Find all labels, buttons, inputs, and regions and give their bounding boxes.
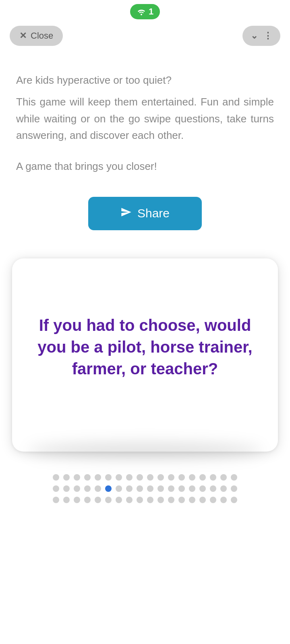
wifi-icon bbox=[137, 8, 146, 15]
more-controls-button[interactable]: ⌄ ⋮ bbox=[242, 26, 280, 46]
pagination-dot[interactable] bbox=[84, 497, 91, 503]
pagination-dot[interactable] bbox=[126, 497, 133, 503]
top-bar: ✕ Close ⌄ ⋮ bbox=[0, 22, 290, 50]
pagination-dot[interactable] bbox=[105, 474, 112, 481]
pagination-dot[interactable] bbox=[63, 474, 70, 481]
pagination-dot[interactable] bbox=[220, 485, 227, 492]
pagination-dot[interactable] bbox=[95, 497, 101, 503]
pagination-dot[interactable] bbox=[53, 497, 59, 503]
pagination-dot[interactable] bbox=[199, 497, 206, 503]
dots-row bbox=[0, 494, 290, 506]
pagination-dot[interactable] bbox=[231, 474, 237, 481]
card-section: If you had to choose, would you be a pil… bbox=[0, 254, 290, 460]
pagination-dot[interactable] bbox=[147, 497, 153, 503]
pagination-dot[interactable] bbox=[210, 497, 216, 503]
pagination-dot[interactable] bbox=[178, 485, 185, 492]
more-options-icon: ⋮ bbox=[263, 31, 272, 41]
pagination-dot[interactable] bbox=[137, 474, 143, 481]
pagination-dot[interactable] bbox=[189, 485, 195, 492]
pagination-dot[interactable] bbox=[116, 474, 122, 481]
question-card[interactable]: If you had to choose, would you be a pil… bbox=[12, 258, 278, 452]
pagination-dot[interactable] bbox=[220, 474, 227, 481]
pagination-dot[interactable] bbox=[63, 485, 70, 492]
pagination-dot[interactable] bbox=[95, 474, 101, 481]
pagination-dot[interactable] bbox=[199, 474, 206, 481]
x-icon: ✕ bbox=[19, 31, 27, 41]
question-text: If you had to choose, would you be a pil… bbox=[32, 314, 258, 380]
close-label: Close bbox=[31, 31, 53, 41]
pagination-dot[interactable] bbox=[189, 474, 195, 481]
pagination-dot[interactable] bbox=[210, 485, 216, 492]
pagination bbox=[0, 460, 290, 506]
pagination-dot[interactable] bbox=[84, 485, 91, 492]
pagination-dot[interactable] bbox=[126, 474, 133, 481]
pagination-dot[interactable] bbox=[84, 474, 91, 481]
pagination-dot[interactable] bbox=[210, 474, 216, 481]
wifi-badge: 1 bbox=[130, 4, 160, 19]
pagination-dot[interactable] bbox=[157, 474, 164, 481]
pagination-dot[interactable] bbox=[53, 485, 59, 492]
send-icon bbox=[120, 206, 132, 221]
pagination-dot[interactable] bbox=[116, 485, 122, 492]
share-button[interactable]: Share bbox=[88, 197, 202, 230]
pagination-dot[interactable] bbox=[168, 497, 174, 503]
pagination-dot[interactable] bbox=[137, 485, 143, 492]
description-section: Are kids hyperactive or too quiet? This … bbox=[0, 50, 290, 185]
pagination-dot[interactable] bbox=[74, 485, 80, 492]
pagination-dot[interactable] bbox=[53, 474, 59, 481]
pagination-dot[interactable] bbox=[178, 497, 185, 503]
pagination-dot[interactable] bbox=[137, 497, 143, 503]
description-body: This game will keep them entertained. Fu… bbox=[16, 94, 274, 144]
close-button[interactable]: ✕ Close bbox=[10, 26, 63, 46]
pagination-dot[interactable] bbox=[147, 485, 153, 492]
pagination-dot[interactable] bbox=[95, 485, 101, 492]
pagination-dot[interactable] bbox=[168, 485, 174, 492]
pagination-dot[interactable] bbox=[116, 497, 122, 503]
dots-row bbox=[0, 472, 290, 483]
share-label: Share bbox=[137, 206, 170, 220]
share-section: Share bbox=[0, 185, 290, 254]
pagination-dot[interactable] bbox=[231, 485, 237, 492]
pagination-dot[interactable] bbox=[178, 474, 185, 481]
chevron-down-icon: ⌄ bbox=[251, 31, 258, 41]
pagination-dot[interactable] bbox=[189, 497, 195, 503]
card-shadow-wrapper: If you had to choose, would you be a pil… bbox=[12, 258, 278, 452]
pagination-dot[interactable] bbox=[157, 497, 164, 503]
pagination-dot[interactable] bbox=[220, 497, 227, 503]
pagination-dot[interactable] bbox=[105, 485, 112, 492]
pagination-dot[interactable] bbox=[168, 474, 174, 481]
pagination-dot[interactable] bbox=[147, 474, 153, 481]
pagination-dot[interactable] bbox=[231, 497, 237, 503]
pagination-dot[interactable] bbox=[63, 497, 70, 503]
description-tagline: A game that brings you closer! bbox=[16, 160, 274, 173]
pagination-dot[interactable] bbox=[105, 497, 112, 503]
description-title: Are kids hyperactive or too quiet? bbox=[16, 74, 274, 87]
pagination-dot[interactable] bbox=[199, 485, 206, 492]
wifi-count: 1 bbox=[149, 6, 153, 17]
pagination-dot[interactable] bbox=[74, 497, 80, 503]
pagination-dot[interactable] bbox=[74, 474, 80, 481]
status-bar: 1 bbox=[0, 0, 290, 22]
pagination-dot[interactable] bbox=[126, 485, 133, 492]
pagination-dot[interactable] bbox=[157, 485, 164, 492]
dots-row bbox=[0, 483, 290, 494]
